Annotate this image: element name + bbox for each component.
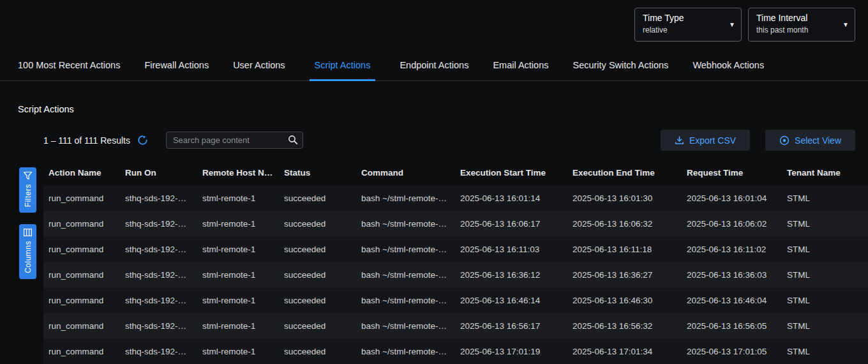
table-cell: run_command: [43, 338, 120, 364]
table-cell: bash ~/stml-remote-…: [356, 338, 455, 364]
table-cell: 2025-06-13 16:36:12: [455, 262, 567, 287]
table-cell: bash ~/stml-remote-…: [356, 185, 455, 211]
table-cell: 2025-06-13 16:46:14: [455, 287, 567, 313]
table-cell: STML: [782, 287, 868, 313]
column-header[interactable]: Remote Host N…: [197, 160, 279, 185]
eye-icon: [779, 135, 789, 146]
search-input[interactable]: [166, 132, 303, 149]
table-row[interactable]: run_commandsthq-sds-192-…stml-remote-1su…: [43, 287, 868, 313]
table-cell: run_command: [43, 185, 120, 211]
table-cell: stml-remote-1: [197, 338, 279, 364]
table-area: Filters Columns Action NameRun OnRemote …: [0, 160, 868, 364]
column-header[interactable]: Execution Start Time: [455, 160, 567, 185]
actions-table: Action NameRun OnRemote Host N…StatusCom…: [43, 160, 868, 364]
tab-bar: 100 Most Recent ActionsFirewall ActionsU…: [0, 51, 868, 81]
table-cell: 2025-06-13 17:01:19: [455, 338, 567, 364]
table-cell: bash ~/stml-remote-…: [356, 236, 455, 262]
time-type-dropdown[interactable]: Time Type relative ▼: [634, 8, 742, 42]
columns-icon: [24, 229, 32, 236]
column-header[interactable]: Status: [279, 160, 356, 185]
table-cell: run_command: [43, 211, 120, 236]
table-row[interactable]: run_commandsthq-sds-192-…stml-remote-1su…: [43, 211, 868, 236]
table-cell: stml-remote-1: [197, 236, 279, 262]
filters-label: Filters: [24, 184, 33, 207]
table-cell: bash ~/stml-remote-…: [356, 262, 455, 287]
tab-script-actions[interactable]: Script Actions: [310, 60, 376, 81]
table-cell: 2025-06-13 16:11:03: [455, 236, 567, 262]
column-header[interactable]: Request Time: [682, 160, 782, 185]
table-cell: STML: [782, 313, 868, 338]
table-row[interactable]: run_commandsthq-sds-192-…stml-remote-1su…: [43, 236, 868, 262]
time-type-label: Time Type: [643, 13, 724, 23]
tab-user-actions[interactable]: User Actions: [233, 60, 285, 81]
table-cell: run_command: [43, 262, 120, 287]
table-cell: succeeded: [279, 236, 356, 262]
time-interval-dropdown[interactable]: Time Interval this past month ▼: [748, 8, 855, 42]
table-cell: succeeded: [279, 338, 356, 364]
table-cell: succeeded: [279, 211, 356, 236]
table-header-row: Action NameRun OnRemote Host N…StatusCom…: [43, 160, 868, 185]
column-header[interactable]: Execution End Time: [567, 160, 682, 185]
table-row[interactable]: run_commandsthq-sds-192-…stml-remote-1su…: [43, 338, 868, 364]
table-cell: stml-remote-1: [197, 287, 279, 313]
table-cell: STML: [782, 262, 868, 287]
table-cell: sthq-sds-192-…: [120, 236, 197, 262]
table-cell: 2025-06-13 16:46:30: [567, 287, 682, 313]
tab-firewall-actions[interactable]: Firewall Actions: [144, 60, 209, 81]
time-interval-label: Time Interval: [756, 13, 838, 23]
search-wrap: [166, 132, 303, 149]
table-cell: succeeded: [279, 185, 356, 211]
table-cell: STML: [782, 211, 868, 236]
export-csv-button[interactable]: Export CSV: [661, 130, 750, 151]
table-cell: bash ~/stml-remote-…: [356, 287, 455, 313]
table-cell: succeeded: [279, 287, 356, 313]
table-cell: succeeded: [279, 313, 356, 338]
toolbar: 1 – 111 of 111 Results Export CSV Select…: [43, 130, 855, 151]
table-cell: 2025-06-13 16:01:14: [455, 185, 567, 211]
column-header[interactable]: Action Name: [43, 160, 120, 185]
refresh-button[interactable]: [137, 134, 149, 147]
table-cell: 2025-06-13 16:01:04: [682, 185, 782, 211]
table-body: run_commandsthq-sds-192-…stml-remote-1su…: [43, 185, 868, 364]
table-cell: STML: [782, 185, 868, 211]
table-cell: 2025-06-13 16:06:32: [567, 211, 682, 236]
table-cell: 2025-06-13 16:06:17: [455, 211, 567, 236]
table-cell: 2025-06-13 16:56:32: [567, 313, 682, 338]
tab-email-actions[interactable]: Email Actions: [493, 60, 548, 81]
table-cell: sthq-sds-192-…: [120, 338, 197, 364]
export-csv-label: Export CSV: [689, 135, 736, 146]
select-view-button[interactable]: Select View: [765, 130, 855, 151]
filters-button[interactable]: Filters: [19, 167, 36, 213]
table-cell: run_command: [43, 236, 120, 262]
chevron-down-icon: ▼: [729, 21, 735, 28]
tab-100-most-recent-actions[interactable]: 100 Most Recent Actions: [18, 60, 120, 81]
columns-button[interactable]: Columns: [19, 224, 36, 279]
table-cell: sthq-sds-192-…: [120, 313, 197, 338]
topbar: Time Type relative ▼ Time Interval this …: [0, 0, 868, 51]
refresh-icon: [137, 135, 148, 146]
table-row[interactable]: run_commandsthq-sds-192-…stml-remote-1su…: [43, 262, 868, 287]
table-cell: bash ~/stml-remote-…: [356, 211, 455, 236]
time-type-value: relative: [643, 26, 724, 34]
page-title: Script Actions: [18, 104, 868, 114]
tab-security-switch-actions[interactable]: Security Switch Actions: [572, 60, 668, 81]
download-icon: [675, 135, 684, 145]
tab-webhook-actions[interactable]: Webhook Actions: [692, 60, 764, 81]
tab-endpoint-actions[interactable]: Endpoint Actions: [400, 60, 468, 81]
time-interval-value: this past month: [756, 26, 838, 34]
select-view-label: Select View: [795, 135, 841, 146]
table-row[interactable]: run_commandsthq-sds-192-…stml-remote-1su…: [43, 313, 868, 338]
table-cell: 2025-06-13 16:56:05: [682, 313, 782, 338]
table-cell: 2025-06-13 16:36:03: [682, 262, 782, 287]
table-cell: bash ~/stml-remote-…: [356, 313, 455, 338]
table-cell: 2025-06-13 17:01:34: [567, 338, 682, 364]
filter-icon: [24, 172, 32, 179]
search-icon[interactable]: [288, 135, 298, 145]
column-header[interactable]: Run On: [120, 160, 197, 185]
column-header[interactable]: Tenant Name: [782, 160, 868, 185]
columns-label: Columns: [24, 241, 33, 273]
table-cell: sthq-sds-192-…: [120, 211, 197, 236]
table-cell: 2025-06-13 16:11:18: [567, 236, 682, 262]
column-header[interactable]: Command: [356, 160, 455, 185]
table-row[interactable]: run_commandsthq-sds-192-…stml-remote-1su…: [43, 185, 868, 211]
